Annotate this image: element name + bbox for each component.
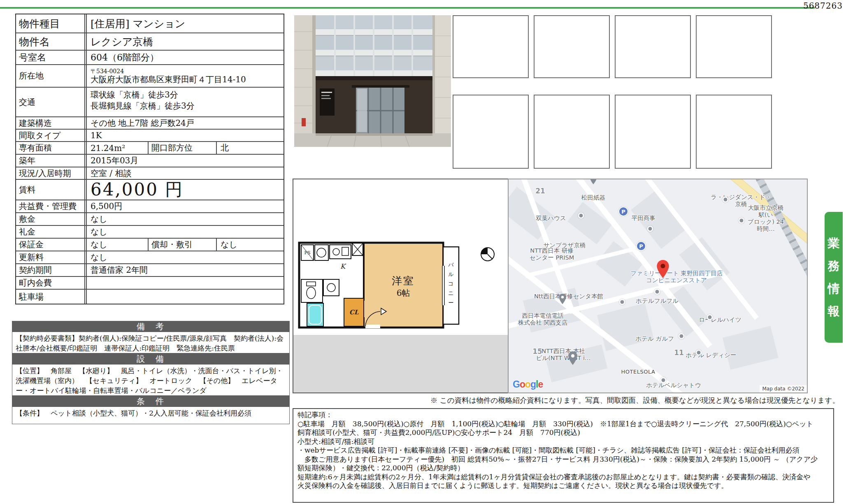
row-value: その他 地上7階 総戸数24戸 (86, 117, 284, 129)
map-attribution: Map data ©2022 (760, 385, 807, 393)
deposit-value: なし (86, 239, 148, 251)
row-value: 〒534-0024 大阪府大阪市都島区東野田町４丁目14-10 (86, 65, 284, 87)
row-value: なし (86, 213, 284, 225)
table-row-address: 所在地 〒534-0024 大阪府大阪市都島区東野田町４丁目14-10 (16, 64, 284, 87)
map-label: ファミリーマート 東野田四丁目店 コンビニエンスストア (630, 270, 723, 284)
svg-text:洋室: 洋室 (392, 275, 415, 287)
table-row: 間取タイプ 1K (16, 129, 284, 141)
row-value: 2015年03月 (86, 155, 284, 167)
row-label: 町内会費 (16, 277, 85, 289)
postal-code: 〒534-0024 (91, 68, 124, 74)
conditions-header: 条 件 (12, 396, 290, 407)
disclaimer-text: ※ この資料は物件の概略紹介資料になります。写真、間取図面、設備、概要などが現況… (430, 395, 839, 405)
table-row: 物件名 レクシア京橋 (16, 33, 284, 50)
row-label: 償却・敷引 (148, 239, 216, 251)
map-label: 平田商事 (632, 215, 655, 222)
map-pin-icon (559, 293, 566, 306)
floorplan-panel: バルコニー PS K (293, 179, 509, 393)
table-row-rent: 賃料 64,000 円 (16, 179, 284, 200)
photo-placeholder (615, 15, 691, 78)
map-pin-icon (590, 179, 597, 186)
map-label: 松田紙器 (581, 194, 605, 201)
row-value: 6,500円 (86, 200, 284, 212)
table-row-deposit: 保証金 なし 償却・敷引 なし (16, 238, 284, 251)
google-logo[interactable]: Google (513, 379, 543, 390)
svg-text:PS: PS (304, 250, 311, 255)
notes-line: ○駐車場 月額 38,500円(税込)○原付 月額 1,100円(税込)○駐輪場… (297, 420, 829, 429)
map-label: HOTELSOLA (621, 368, 655, 375)
map-label: 11 (674, 349, 684, 356)
row-value: 空室 / 相談 (86, 167, 284, 179)
facing-value: 北 (216, 142, 284, 154)
table-row: 現況/入居時期 空室 / 相談 (16, 167, 284, 179)
table-row: 築年 2015年03月 (16, 154, 284, 167)
map-label: ホテル レディシー (686, 352, 737, 359)
row-label: 交通 (16, 88, 85, 116)
property-table: 物件種目 [住居用] マンション 物件名 レクシア京橋 号室名 604（6階部分… (15, 14, 284, 304)
property-location-pin-icon (657, 260, 669, 280)
map-label: NTT西日本 本社 ビル(NTT WEST i… (536, 348, 591, 362)
photo-placeholder (453, 15, 529, 78)
row-label: 築年 (16, 155, 85, 167)
row-label: 保証金 (16, 239, 85, 251)
business-info-tab[interactable]: 業務情報 (825, 212, 843, 343)
remarks-header: 備 考 (12, 321, 290, 332)
row-value: 604（6階部分） (86, 51, 284, 64)
map-pin-icon (568, 351, 577, 367)
map-pin-icon (696, 350, 702, 356)
floorplan-footer-strip (293, 335, 509, 393)
map-pin-icon (660, 377, 667, 383)
table-row: 共益費・管理費 6,500円 (16, 200, 284, 212)
row-value: なし (86, 251, 284, 263)
business-info-tab-char: 業 (828, 235, 840, 252)
table-row: 町内会費 (16, 276, 284, 289)
row-label: 開口部方位 (148, 142, 216, 154)
photo-placeholder (534, 95, 610, 169)
parking-icon: P (618, 207, 628, 216)
business-info-tab-char: 務 (828, 258, 840, 274)
map-label: NTT西日本 研修 センター PRISM (530, 247, 574, 261)
map-pin-icon (578, 213, 584, 219)
notes-line: 額短期保険）・鍵交換代：22,000円（税込/契約時） (297, 464, 829, 473)
photo-placeholder (615, 95, 691, 169)
business-info-tab-char: 報 (828, 303, 840, 320)
property-sheet-page: 5687263 物件種目 [住居用] マンション 物件名 レクシア京橋 号室名 … (0, 0, 846, 504)
transport-line: 長堀鶴見線「京橋」徒歩3分 (91, 100, 195, 111)
notes-line: 飼育相談可(小型犬、猫可・共益費2,000円/匹UP)○安心サポート24 月額 … (297, 428, 829, 437)
row-label: 建築構造 (16, 117, 85, 129)
map-pin-icon (679, 333, 685, 339)
row-label: 共益費・管理費 (16, 200, 85, 212)
business-info-tab-char: 情 (828, 281, 840, 297)
map-label: 双葉ハウス (536, 215, 566, 222)
notes-line: 小型犬:相談可/猫:相談可 (297, 437, 829, 446)
table-row-area: 専有面積 21.24m² 開口部方位 北 (16, 141, 284, 154)
rent-value: 64,000 円 (86, 180, 284, 200)
row-label: 間取タイプ (16, 130, 85, 141)
map-pin-icon (739, 218, 745, 224)
row-value (86, 277, 284, 289)
notes-line: ・webサービス広告掲載 [許可]・転載事前連絡 [不要]・画像の転載 [可能]… (297, 446, 829, 455)
conditions-text: 【条件】 ペット相談（小型犬、猫可）・2人入居可能・保証会社利用必須 (12, 407, 290, 424)
table-row: 契約期間 普通借家 2年間 (16, 263, 284, 276)
map-label: ローレルハイツ (699, 316, 741, 323)
map-label: 大阪市立京橋駅(い ブロック) 24時間… (745, 204, 786, 232)
building-photo (294, 15, 451, 147)
top-accent-line (0, 7, 815, 9)
row-value: レクシア京橋 (86, 33, 284, 50)
photo-placeholder (696, 15, 772, 78)
location-map[interactable]: Google Map data ©2022 21松田紙器ラ・レジダンス・ド・京橋… (508, 179, 808, 393)
notes-line: 火災保険料の入金を確認後、入居日前日までに届くように郵送します。短期契約はご遠慮… (297, 481, 829, 490)
map-pin-icon (707, 314, 713, 321)
building-photo-image (294, 15, 451, 147)
table-row: 駐車場 (16, 289, 284, 304)
row-label: 駐車場 (16, 290, 85, 304)
notes-line: 多数ご用意あります(日本セーフティー優先) 初回 総賃料50%～・振替27日・サ… (297, 455, 829, 464)
equipment-text: 【位置】 角部屋 【水廻り】 風呂・トイレ（水洗）・洗面台・バス・トイレ別・洗濯… (12, 365, 290, 396)
map-label: ホテルベルシャトウ (646, 382, 701, 389)
photo-placeholder (696, 95, 772, 169)
map-label: ホテルフルフル (636, 297, 679, 304)
map-label: 西日本電信電話 株式会社 関西支店 (518, 312, 568, 326)
floorplan-drawing: バルコニー PS K (297, 241, 503, 334)
row-value: 環状線「京橋」徒歩3分 長堀鶴見線「京橋」徒歩3分 (86, 88, 284, 116)
equipment-header: 設 備 (12, 353, 290, 365)
